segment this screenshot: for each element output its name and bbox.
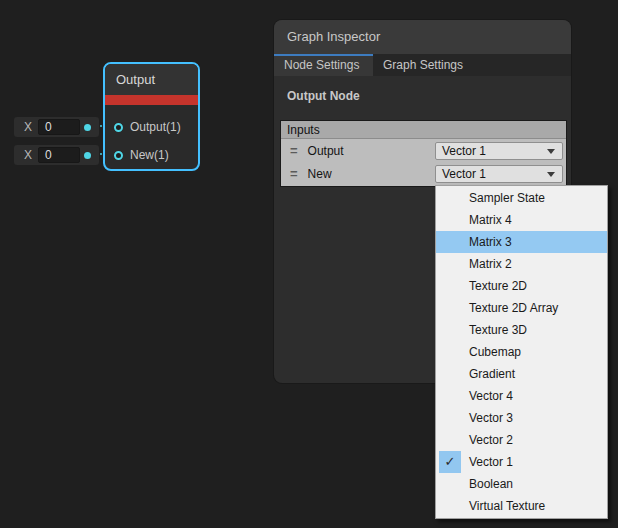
checkmark-icon	[439, 275, 461, 297]
axis-label: X	[24, 148, 32, 162]
inline-input-new: X 0	[14, 145, 99, 165]
inspector-tabs: Node Settings Graph Settings	[274, 54, 571, 76]
checkmark-icon	[439, 253, 461, 275]
checkmark-icon	[439, 473, 461, 495]
output-node[interactable]: Output Output(1) New(1)	[103, 62, 200, 171]
chevron-down-icon	[547, 149, 555, 154]
port-label: Output(1)	[130, 120, 181, 134]
menu-item-matrix-2[interactable]: Matrix 2	[436, 253, 607, 275]
checkmark-icon	[439, 363, 461, 385]
checkmark-icon	[439, 319, 461, 341]
checkmark-icon	[439, 407, 461, 429]
inputs-list-header: Inputs	[281, 121, 566, 139]
value-field[interactable]: 0	[38, 119, 80, 135]
checkmark-icon	[439, 429, 461, 451]
checkmark-icon: ✓	[439, 451, 461, 473]
menu-item-matrix-4[interactable]: Matrix 4	[436, 209, 607, 231]
port-row-output: Output(1)	[105, 113, 198, 141]
drag-handle-icon[interactable]: =	[290, 143, 298, 158]
menu-item-vector-2[interactable]: Vector 2	[436, 429, 607, 451]
menu-item-boolean[interactable]: Boolean	[436, 473, 607, 495]
connection-dot-icon	[84, 152, 91, 159]
checkmark-icon	[439, 385, 461, 407]
drag-handle-icon[interactable]: =	[290, 166, 298, 181]
shader-graph-canvas[interactable]: X 0 X 0 Output Output(1) New(1) Graph In…	[0, 0, 618, 528]
dropdown-value: Vector 1	[442, 167, 486, 181]
checkmark-icon	[439, 341, 461, 363]
node-title: Output	[105, 64, 198, 95]
inputs-list: Inputs = Output Vector 1 = New Vector 1	[281, 121, 566, 186]
type-selection-menu: Sampler State Matrix 4 Matrix 3 Matrix 2…	[435, 185, 608, 519]
chevron-down-icon	[547, 172, 555, 177]
menu-item-sampler-state[interactable]: Sampler State	[436, 187, 607, 209]
type-dropdown-new[interactable]: Vector 1	[435, 165, 563, 183]
type-dropdown-output[interactable]: Vector 1	[435, 142, 563, 160]
connection-dot-icon	[84, 124, 91, 131]
menu-item-texture-2d[interactable]: Texture 2D	[436, 275, 607, 297]
node-error-bar	[105, 95, 198, 105]
dropdown-value: Vector 1	[442, 144, 486, 158]
tab-node-settings[interactable]: Node Settings	[274, 54, 373, 76]
input-row-label: New	[308, 167, 332, 181]
port-circle-icon[interactable]	[114, 151, 123, 160]
menu-item-vector-1[interactable]: ✓Vector 1	[436, 451, 607, 473]
input-row-label: Output	[308, 144, 344, 158]
port-circle-icon[interactable]	[114, 123, 123, 132]
inline-input-output: X 0	[14, 117, 99, 137]
menu-item-virtual-texture[interactable]: Virtual Texture	[436, 495, 607, 517]
axis-label: X	[24, 120, 32, 134]
menu-item-texture-2d-array[interactable]: Texture 2D Array	[436, 297, 607, 319]
menu-item-matrix-3[interactable]: Matrix 3	[436, 231, 607, 253]
port-row-new: New(1)	[105, 141, 198, 169]
checkmark-icon	[439, 187, 461, 209]
checkmark-icon	[439, 495, 461, 517]
value-field[interactable]: 0	[38, 147, 80, 163]
section-title: Output Node	[274, 76, 571, 103]
menu-item-texture-3d[interactable]: Texture 3D	[436, 319, 607, 341]
checkmark-icon	[439, 297, 461, 319]
menu-item-cubemap[interactable]: Cubemap	[436, 341, 607, 363]
menu-item-gradient[interactable]: Gradient	[436, 363, 607, 385]
node-ports: Output(1) New(1)	[105, 105, 198, 169]
checkmark-icon	[439, 209, 461, 231]
inputs-row-output: = Output Vector 1	[281, 139, 566, 162]
checkmark-icon	[439, 231, 461, 253]
menu-item-vector-3[interactable]: Vector 3	[436, 407, 607, 429]
tab-graph-settings[interactable]: Graph Settings	[373, 54, 473, 76]
panel-title: Graph Inspector	[274, 20, 571, 54]
port-label: New(1)	[130, 148, 169, 162]
inputs-row-new: = New Vector 1	[281, 162, 566, 185]
menu-item-vector-4[interactable]: Vector 4	[436, 385, 607, 407]
